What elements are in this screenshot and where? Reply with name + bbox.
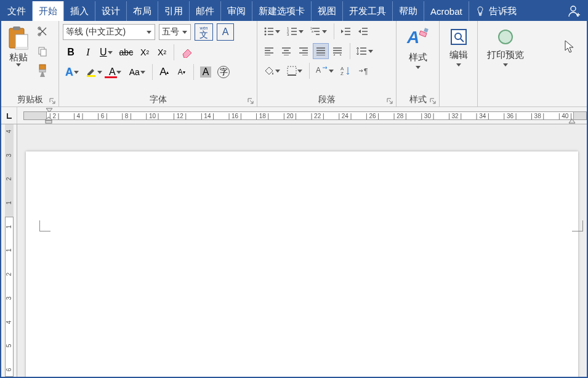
paste-button[interactable]: 粘贴 xyxy=(5,23,32,66)
tab-home[interactable]: 开始 xyxy=(33,1,64,21)
hanging-indent-icon[interactable] xyxy=(44,116,53,124)
phonetic-guide-button[interactable]: wén 文 xyxy=(195,23,213,41)
chevron-down-icon xyxy=(275,70,281,73)
sort-button[interactable]: AZ xyxy=(338,63,354,79)
svg-point-13 xyxy=(265,31,267,33)
format-painter-button[interactable] xyxy=(34,63,50,79)
grow-font-button[interactable]: A▴ xyxy=(156,64,172,80)
superscript-button[interactable]: X2 xyxy=(154,44,170,60)
svg-text:3: 3 xyxy=(287,33,289,36)
chevron-down-icon xyxy=(107,51,113,54)
align-distributed-button[interactable] xyxy=(330,43,346,59)
chevron-down-icon xyxy=(415,66,421,69)
clear-formatting-button[interactable] xyxy=(178,44,196,60)
styles-label: 样式 xyxy=(409,52,427,63)
show-marks-button[interactable]: ¶ xyxy=(355,63,371,79)
text-direction-button[interactable]: A xyxy=(313,63,337,79)
line-spacing-button[interactable] xyxy=(354,43,376,59)
chevron-down-icon xyxy=(297,70,303,73)
align-right-button[interactable] xyxy=(296,43,312,59)
tab-help[interactable]: 帮助 xyxy=(393,1,424,21)
document-area[interactable] xyxy=(17,124,587,377)
styles-button[interactable]: A 样式 xyxy=(400,23,435,69)
font-launcher-icon[interactable] xyxy=(247,97,254,105)
group-font-label: 字体 xyxy=(150,94,167,105)
highlight-icon xyxy=(86,66,97,78)
align-distributed-icon xyxy=(332,47,344,55)
align-justify-button[interactable] xyxy=(313,43,329,59)
tab-new[interactable]: 新建选项卡 xyxy=(252,1,312,21)
multilevel-list-button[interactable]: 1a xyxy=(308,23,330,39)
editing-button[interactable]: 编辑 xyxy=(443,23,473,66)
svg-point-29 xyxy=(499,30,512,44)
text-direction-icon: A xyxy=(316,66,328,76)
tab-acrobat[interactable]: Acrobat xyxy=(424,1,469,21)
styles-icon: A xyxy=(406,27,430,49)
tab-layout[interactable]: 布局 xyxy=(127,1,158,21)
font-name-select[interactable]: 等线 (中文正文) xyxy=(63,24,155,40)
line-spacing-icon xyxy=(356,46,368,56)
person-add-icon xyxy=(568,4,581,18)
horizontal-ruler[interactable]: | 2 || 4 || 6 || 8 || 10 || 12 || 14 || … xyxy=(1,107,587,124)
underline-button[interactable]: U xyxy=(97,44,116,60)
tab-file[interactable]: 文件 xyxy=(1,1,33,21)
increase-indent-button[interactable] xyxy=(355,23,371,39)
borders-button[interactable] xyxy=(284,63,305,79)
strikethrough-button[interactable]: abc xyxy=(117,44,136,60)
numbering-button[interactable]: 123 xyxy=(284,23,307,39)
menubar: 文件 开始 插入 设计 布局 引用 邮件 审阅 新建选项卡 视图 开发工具 帮助… xyxy=(1,1,587,21)
tell-me[interactable]: 告诉我 xyxy=(469,1,523,21)
align-left-icon xyxy=(264,47,274,55)
print-preview-button[interactable]: 打印预览 xyxy=(481,23,530,66)
hruler-numbers: | 2 || 4 || 6 || 8 || 10 || 12 || 14 || … xyxy=(48,111,573,120)
tab-mailings[interactable]: 邮件 xyxy=(190,1,221,21)
page[interactable] xyxy=(26,151,578,377)
char-shading-button[interactable]: A xyxy=(198,64,214,80)
chevron-down-icon xyxy=(275,30,281,33)
chevron-down-icon xyxy=(140,71,146,74)
tab-design[interactable]: 设计 xyxy=(95,1,127,21)
tab-selector[interactable] xyxy=(1,107,17,124)
first-line-indent-icon[interactable] xyxy=(46,108,53,113)
group-font: 等线 (中文正文) 五号 wén 文 A xyxy=(59,21,257,107)
enclose-char-button[interactable]: 字 xyxy=(215,64,232,80)
svg-rect-2 xyxy=(13,26,20,30)
chevron-down-icon xyxy=(182,31,188,34)
tab-review[interactable]: 审阅 xyxy=(221,1,252,21)
tab-references[interactable]: 引用 xyxy=(158,1,190,21)
text-effects-button[interactable]: A xyxy=(63,64,82,80)
pilcrow-icon: ¶ xyxy=(358,66,369,76)
svg-point-12 xyxy=(265,28,267,30)
tab-view[interactable]: 视图 xyxy=(312,1,343,21)
styles-launcher-icon[interactable] xyxy=(429,97,437,105)
subscript-button[interactable]: X2 xyxy=(137,44,153,60)
change-case-button[interactable]: Aa xyxy=(127,64,148,80)
align-left-button[interactable] xyxy=(261,43,277,59)
align-center-button[interactable] xyxy=(278,43,294,59)
paragraph-launcher-icon[interactable] xyxy=(386,97,393,105)
tab-devtools[interactable]: 开发工具 xyxy=(343,1,393,21)
bold-button[interactable]: B xyxy=(63,44,79,60)
decrease-indent-button[interactable] xyxy=(338,23,354,39)
italic-button[interactable]: I xyxy=(80,44,96,60)
share-button[interactable] xyxy=(562,1,587,21)
paste-dropdown-icon[interactable] xyxy=(15,63,22,66)
shading-button[interactable] xyxy=(261,63,283,79)
paint-bucket-icon xyxy=(264,66,275,76)
right-indent-icon[interactable] xyxy=(568,118,576,124)
svg-point-14 xyxy=(265,34,267,36)
tab-l-icon xyxy=(6,112,13,119)
indent-icon xyxy=(358,26,369,36)
align-center-icon xyxy=(281,47,291,55)
shrink-font-button[interactable]: A▾ xyxy=(174,64,190,80)
font-size-select[interactable]: 五号 xyxy=(159,24,191,40)
numbering-icon: 123 xyxy=(287,26,298,36)
tab-insert[interactable]: 插入 xyxy=(64,1,95,21)
cut-button[interactable] xyxy=(34,23,50,39)
copy-button[interactable] xyxy=(34,43,50,59)
character-border-button[interactable]: A xyxy=(217,23,234,41)
clipboard-launcher-icon[interactable] xyxy=(49,97,56,105)
bullets-button[interactable] xyxy=(261,23,283,39)
vertical-ruler[interactable]: 43211123456 xyxy=(1,124,17,377)
highlight-button[interactable] xyxy=(83,64,105,80)
